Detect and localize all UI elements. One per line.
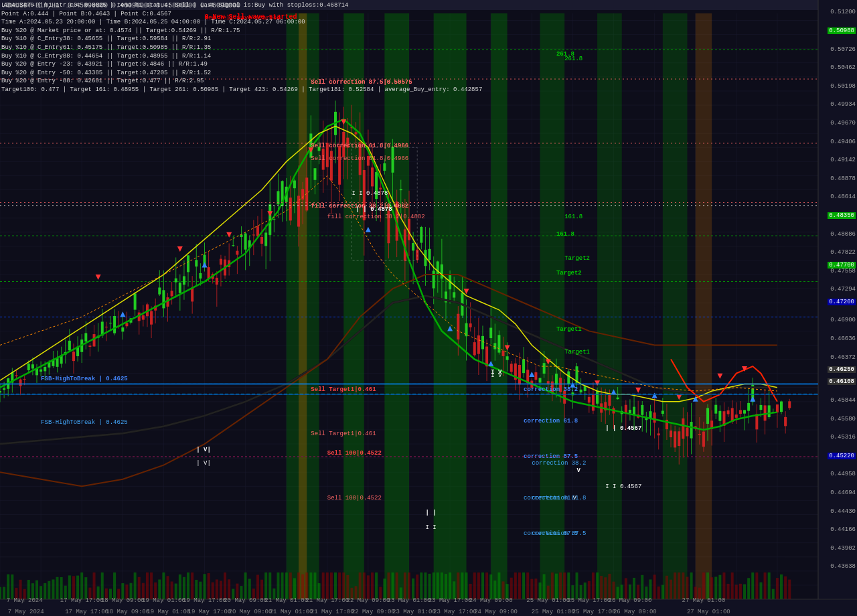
chart-container: Line:3470 | h1_atr_c0: 0.0025 | tema_h1_… — [0, 0, 857, 616]
price-chart[interactable] — [0, 0, 857, 616]
